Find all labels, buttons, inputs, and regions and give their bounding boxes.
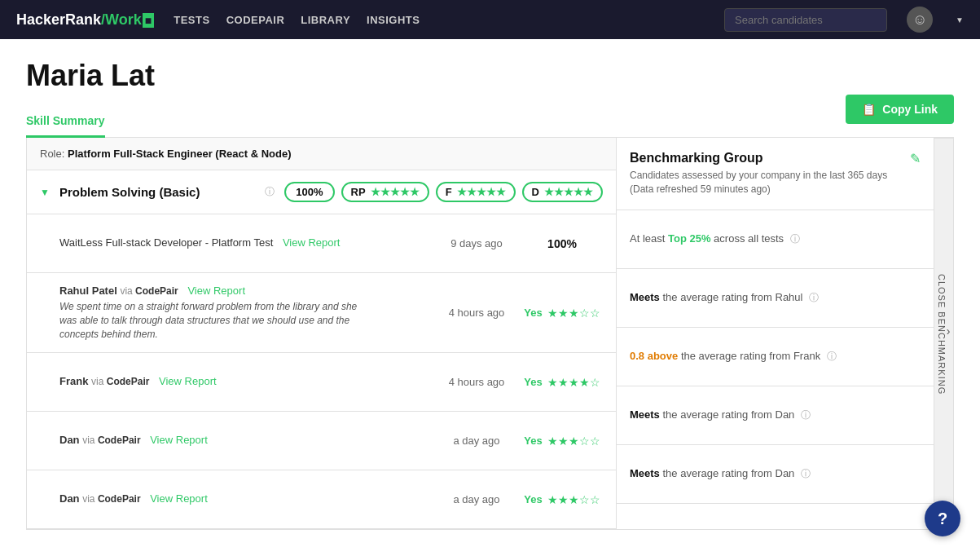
bench-row: Meets the average rating from Dan ⓘ	[617, 445, 934, 504]
result-yes: Yes	[524, 307, 542, 319]
grade-letter-f: F	[446, 186, 452, 198]
row-via: via CodePair	[82, 435, 140, 446]
view-report-link[interactable]: View Report	[150, 434, 208, 446]
view-report-link[interactable]: View Report	[159, 375, 217, 387]
rating-stars: ★★★☆☆	[547, 435, 600, 448]
result-yes: Yes	[524, 493, 542, 505]
rating-stars: ★★★★☆	[547, 376, 600, 389]
nav-links: TESTS CODEPAIR LIBRARY INSIGHTS	[174, 14, 705, 26]
grade-letter-rp: RP	[351, 186, 366, 198]
help-button[interactable]: ?	[925, 501, 960, 530]
close-label: CLOSE BENCHMARKING	[937, 274, 947, 395]
nav-codepair[interactable]: CODEPAIR	[226, 14, 285, 26]
rating-stars: ★★★☆☆	[547, 493, 600, 506]
row-via: via CodePair	[82, 493, 140, 505]
close-benchmarking-tab[interactable]: › CLOSE BENCHMARKING	[934, 138, 954, 530]
row-info: Frank via CodePair View Report	[59, 375, 432, 389]
result-yes: Yes	[524, 435, 542, 447]
row-time: a day ago	[432, 435, 521, 447]
table-row: Rahul Patel via CodePair View Report We …	[27, 273, 616, 353]
table-row: Frank via CodePair View Report 4 hours a…	[27, 353, 616, 412]
bench-text: 0.8 above the average rating from Frank …	[630, 349, 837, 364]
arrow-right-icon: ›	[947, 324, 951, 338]
grade-badge-d: D ★★★★★	[522, 182, 603, 202]
table-row: Dan via CodePair View Report a day ago Y…	[27, 412, 616, 470]
nav-library[interactable]: LIBRARY	[301, 14, 350, 26]
help-label: ?	[938, 510, 947, 528]
benchmarking-panel: Benchmarking Group Candidates assessed b…	[617, 138, 934, 530]
table-row: WaitLess Full-stack Developer - Platform…	[27, 214, 616, 273]
skill-name: Problem Solving (Basic)	[59, 185, 255, 199]
copy-link-label: Copy Link	[882, 103, 938, 116]
bench-row: At least Top 25% across all tests ⓘ	[617, 210, 934, 269]
edit-icon[interactable]: ✎	[910, 151, 921, 166]
bench-row: Meets the average rating from Dan ⓘ	[617, 386, 934, 445]
role-name: Platform Full-Stack Engineer (React & No…	[68, 148, 292, 160]
row-time: 4 hours ago	[432, 307, 521, 319]
tab-skill-summary[interactable]: Skill Summary	[26, 106, 105, 138]
rating-stars: ★★★☆☆	[547, 307, 600, 320]
nav-insights[interactable]: INSIGHTS	[367, 14, 420, 26]
view-report-link[interactable]: View Report	[150, 492, 208, 505]
row-comment: We spent time on a straight forward prob…	[59, 300, 369, 341]
grade-stars-d: ★★★★★	[544, 186, 593, 198]
grade-letter-d: D	[532, 186, 539, 198]
row-info: Rahul Patel via CodePair View Report We …	[59, 285, 432, 341]
copy-icon: 📋	[862, 103, 876, 116]
info-icon[interactable]: ⓘ	[790, 233, 800, 245]
bench-title: Benchmarking Group	[630, 151, 887, 165]
grade-badge-f: F ★★★★★	[436, 182, 516, 202]
role-row: Role: Platform Full-Stack Engineer (Reac…	[27, 138, 616, 170]
collapse-toggle[interactable]: ▼	[40, 187, 50, 198]
main-content: Role: Platform Full-Stack Engineer (Reac…	[26, 138, 954, 530]
row-info: Dan via CodePair View Report	[59, 434, 432, 448]
chevron-down-icon[interactable]: ▼	[956, 15, 964, 24]
row-title: Frank via CodePair View Report	[59, 375, 432, 387]
grade-stars-rp: ★★★★★	[371, 186, 420, 198]
tabs: Skill Summary	[26, 106, 954, 138]
row-result: Yes ★★★☆☆	[521, 435, 603, 448]
bench-text: At least Top 25% across all tests ⓘ	[630, 232, 800, 246]
row-via: via CodePair	[120, 285, 178, 297]
table-row: Dan via CodePair View Report a day ago Y…	[27, 470, 616, 529]
info-icon[interactable]: ⓘ	[801, 409, 811, 421]
info-icon[interactable]: ⓘ	[801, 468, 811, 479]
row-title: Dan via CodePair View Report	[59, 434, 432, 446]
row-result: Yes ★★★★☆	[521, 376, 603, 389]
bench-header: Benchmarking Group Candidates assessed b…	[617, 138, 934, 210]
skill-header: ▼ Problem Solving (Basic) ⓘ 100% RP ★★★★…	[27, 170, 616, 214]
bench-text: Meets the average rating from Dan ⓘ	[630, 466, 811, 481]
bench-row: Meets the average rating from Rahul ⓘ	[617, 269, 934, 328]
info-icon[interactable]: ⓘ	[265, 185, 275, 199]
navbar: HackerRank/Work■ TESTS CODEPAIR LIBRARY …	[0, 0, 980, 39]
score-badge: 100%	[284, 182, 334, 202]
info-icon[interactable]: ⓘ	[809, 292, 819, 303]
row-result: Yes ★★★☆☆	[521, 307, 603, 320]
row-via: via CodePair	[91, 376, 149, 387]
search-input[interactable]	[724, 8, 887, 32]
row-time: 9 days ago	[432, 237, 521, 249]
skill-badges: 100% RP ★★★★★ F ★★★★★ D ★★★★★	[284, 182, 603, 202]
nav-tests[interactable]: TESTS	[174, 14, 209, 26]
info-icon[interactable]: ⓘ	[827, 351, 837, 362]
left-panel: Role: Platform Full-Stack Engineer (Reac…	[26, 138, 617, 530]
bench-subtitle: Candidates assessed by your company in t…	[630, 169, 887, 196]
row-time: 4 hours ago	[432, 376, 521, 388]
row-time: a day ago	[432, 493, 521, 505]
view-report-link[interactable]: View Report	[283, 236, 341, 249]
row-title: Rahul Patel via CodePair View Report	[59, 285, 432, 297]
view-report-link[interactable]: View Report	[187, 285, 245, 297]
page-content: Maria Lat 📋 Copy Link Skill Summary Role…	[0, 39, 980, 530]
bench-text: Meets the average rating from Rahul ⓘ	[630, 290, 819, 305]
grade-badge-rp: RP ★★★★★	[341, 182, 429, 202]
grade-stars-f: ★★★★★	[457, 186, 506, 198]
page-title: Maria Lat	[26, 59, 954, 93]
logo[interactable]: HackerRank/Work■	[16, 11, 154, 29]
copy-link-button[interactable]: 📋 Copy Link	[846, 95, 954, 124]
avatar[interactable]: ☺	[907, 7, 933, 33]
row-info: Dan via CodePair View Report	[59, 492, 432, 506]
row-result: 100%	[521, 237, 603, 250]
row-result: Yes ★★★☆☆	[521, 493, 603, 506]
row-info: WaitLess Full-stack Developer - Platform…	[59, 236, 432, 250]
bench-text: Meets the average rating from Dan ⓘ	[630, 408, 811, 422]
